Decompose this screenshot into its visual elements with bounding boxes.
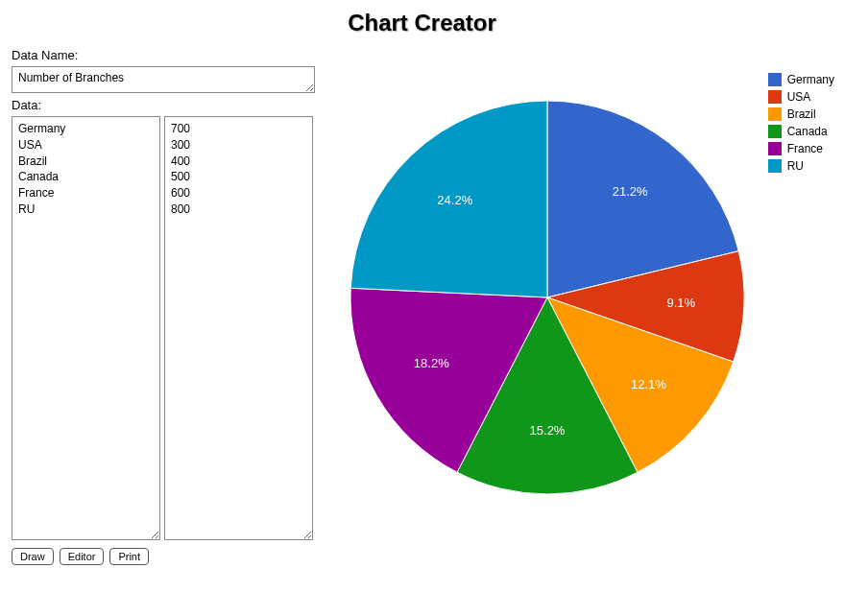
legend-item-brazil[interactable]: Brazil [768,107,834,121]
data-name-label: Data Name: [10,48,326,62]
legend-label: RU [787,159,804,173]
legend-item-canada[interactable]: Canada [768,125,834,138]
data-label: Data: [10,98,326,112]
legend-label: Canada [787,125,828,138]
pie-label-germany: 21.2% [613,184,648,199]
legend-label: Brazil [787,107,816,121]
legend-item-usa[interactable]: USA [768,90,834,104]
form-panel: Data Name: Data: Draw Editor Print [10,48,326,565]
draw-button[interactable]: Draw [12,548,54,565]
legend-label: USA [787,90,811,104]
pie-label-canada: 15.2% [530,423,566,438]
legend-swatch [768,125,782,138]
pie-label-usa: 9.1% [666,296,695,310]
data-name-input[interactable] [12,66,315,93]
categories-input[interactable] [12,116,160,540]
pie-label-ru: 24.2% [437,193,472,207]
legend-label: France [787,142,823,155]
legend: GermanyUSABrazilCanadaFranceRU [768,73,834,177]
legend-swatch [768,73,782,86]
legend-swatch [768,90,782,104]
legend-item-ru[interactable]: RU [768,159,834,173]
legend-swatch [768,159,782,173]
pie-chart: 21.2%9.1%12.1%15.2%18.2%24.2% [346,96,749,502]
editor-button[interactable]: Editor [60,548,105,565]
legend-swatch [768,142,782,155]
legend-item-france[interactable]: France [768,142,834,155]
values-input[interactable] [164,116,313,540]
print-button[interactable]: Print [109,548,149,565]
pie-label-brazil: 12.1% [631,377,666,391]
pie-label-france: 18.2% [414,356,449,370]
chart-panel: 21.2%9.1%12.1%15.2%18.2%24.2% GermanyUSA… [326,48,834,565]
legend-label: Germany [787,73,834,86]
legend-swatch [768,107,782,121]
legend-item-germany[interactable]: Germany [768,73,834,86]
page-title: Chart Creator [0,0,844,48]
